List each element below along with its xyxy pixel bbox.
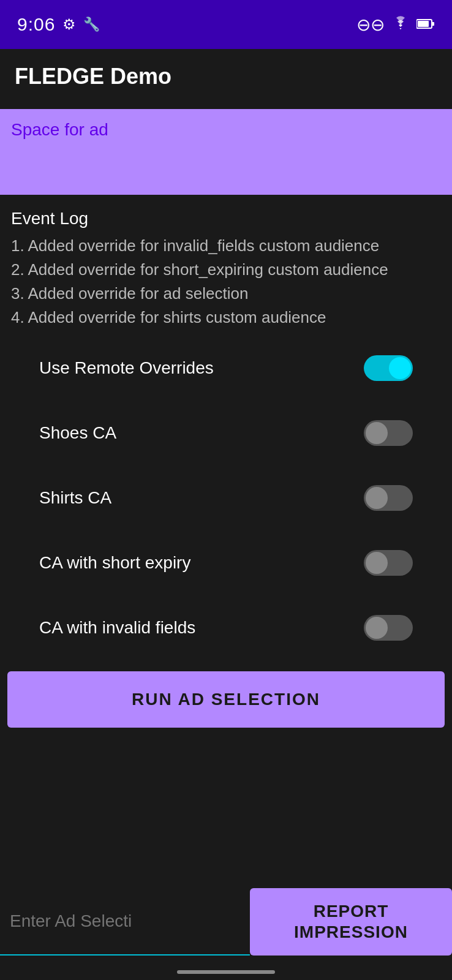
toggle-shirts-ca[interactable] [364,485,413,511]
toggle-shoes-ca[interactable] [364,420,413,446]
toggle-label-ca-short-expiry: CA with short expiry [39,553,190,573]
ad-space: Space for ad [0,109,452,195]
report-impression-line1: REPORT [314,902,389,921]
report-impression-button[interactable]: REPORT IMPRESSION [250,888,452,956]
svg-rect-2 [432,22,434,26]
run-ad-selection-button[interactable]: RUN AD SELECTION [7,671,445,728]
event-log-item-2: 2. Added override for short_expiring cus… [11,258,441,282]
app-title: FLEDGE Demo [15,64,171,89]
toggle-use-remote-overrides[interactable] [364,355,413,381]
toggle-ca-invalid-fields[interactable] [364,615,413,641]
battery-icon [416,16,435,33]
toggle-row-ca-short-expiry: CA with short expiry [15,530,437,595]
wifi-icon [392,16,409,33]
event-log-item-1: 1. Added override for invalid_fields cus… [11,234,441,258]
toggle-section: Use Remote Overrides Shoes CA Shirts CA … [0,336,452,660]
bottom-section: REPORT IMPRESSION [0,888,452,956]
toggle-row-ca-invalid-fields: CA with invalid fields [15,595,437,660]
event-log: Event Log 1. Added override for invalid_… [0,195,452,336]
svg-rect-1 [418,21,429,27]
toggle-label-use-remote-overrides: Use Remote Overrides [39,358,214,378]
toggle-ca-short-expiry[interactable] [364,550,413,576]
status-time: 9:06 [17,14,55,35]
toggle-label-ca-invalid-fields: CA with invalid fields [39,618,195,638]
status-bar: 9:06 🔧 ⊖ [0,0,452,49]
event-log-item-4: 4. Added override for shirts custom audi… [11,306,441,330]
event-log-item-3: 3. Added override for ad selection [11,282,441,306]
toggle-label-shoes-ca: Shoes CA [39,423,116,443]
report-impression-line2: IMPRESSION [294,922,408,941]
ad-space-text: Space for ad [11,120,108,139]
toggle-row-use-remote-overrides: Use Remote Overrides [15,336,437,401]
toggle-label-shirts-ca: Shirts CA [39,488,111,508]
wrench-icon: 🔧 [83,17,100,32]
event-log-title: Event Log [11,206,441,232]
dnd-icon: ⊖ [356,15,385,35]
enter-ad-selection-input[interactable] [0,888,250,956]
app-bar: FLEDGE Demo [0,49,452,104]
gear-icon [62,16,76,33]
toggle-row-shirts-ca: Shirts CA [15,466,437,530]
home-indicator [177,970,275,974]
toggle-row-shoes-ca: Shoes CA [15,401,437,466]
